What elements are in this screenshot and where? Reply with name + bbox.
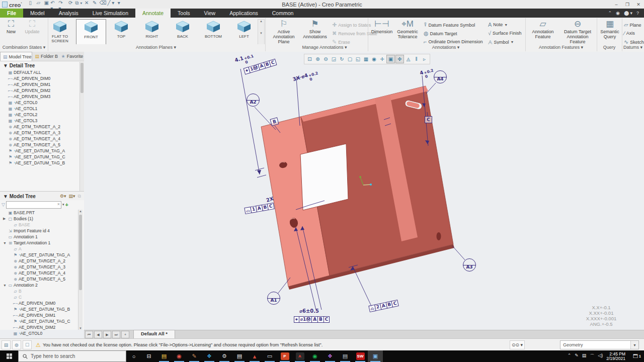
tree-settings-icon[interactable]: ⚙▾ [60, 194, 66, 199]
tree-item[interactable]: ⚑∘AE_SET_DATUM_TAG_B [0, 160, 84, 166]
save-icon[interactable]: ▣ [42, 0, 50, 7]
datum-display-icon[interactable]: ✛ [378, 55, 386, 63]
update-combination-state-button[interactable]: ⛶ Update [21, 19, 43, 34]
file-explorer-icon[interactable]: ▤ [156, 350, 172, 362]
tree-item[interactable]: ⚑∘AE_SET_DATUM_TAG_C [0, 318, 70, 324]
red-app-icon[interactable]: ▲ [247, 350, 262, 362]
panel-tab-favorite[interactable]: ★Favorite [59, 52, 84, 61]
filter-dropdown-icon[interactable]: ▾ [62, 203, 64, 207]
dimension-button[interactable]: ⊢⊣ Dimension [369, 19, 394, 34]
tree-item[interactable]: ▦∘AE_GTOL1 [0, 106, 84, 112]
tab-common[interactable]: Common [265, 9, 301, 18]
monitor-app-icon[interactable]: ▭ [262, 350, 277, 362]
task-view-icon[interactable]: ⊟ [141, 350, 156, 362]
model-tree-header[interactable]: ▼ Model Tree [0, 194, 36, 199]
datum-target-annotation-feature-button[interactable]: ⊖ Datum Target Annotation Feature [559, 19, 596, 44]
group-annotation-planes[interactable]: Annotation Planes ▾ [48, 45, 264, 50]
note-button[interactable]: ANote▼ [488, 22, 508, 28]
cad-app-icon[interactable]: ❖ [202, 350, 217, 362]
datum-target-balloon-a4[interactable]: A4 [434, 70, 447, 83]
overflow-icon[interactable]: ▾ [115, 0, 123, 7]
graphics-area[interactable]: ⊡⊕⊖◲↻▢◱▦◉✛▣✜◬‖▹ 4.1+0.10 ⌖1ⓂABC 3X ⌀4+0.… [84, 52, 644, 330]
wifi-icon[interactable]: ⌒ [590, 353, 594, 359]
assign-to-states-button[interactable]: ✚Assign to States [332, 22, 371, 28]
selection-filter-dropdown-icon[interactable]: ▼ [630, 341, 638, 349]
view-button-left[interactable]: LEFT [229, 19, 259, 44]
tree-item[interactable]: ▦∘AE_GTOL0 [0, 330, 70, 336]
tab-analysis[interactable]: Analysis [52, 9, 86, 18]
find-tool[interactable]: ⊙⊙ ▾ [510, 340, 525, 349]
fcf-position-bottom[interactable]: ⌖⌀1ⓂABC [294, 316, 330, 323]
tree-item[interactable]: ▼▭Annotation 2 [0, 282, 70, 288]
tray-folder-icon[interactable]: ▤ [582, 353, 587, 359]
geometric-tolerance-button[interactable]: ⌖M Geometric Tolerance [394, 19, 421, 39]
axis-button[interactable]: ∕Axis [624, 30, 635, 36]
group-annotations[interactable]: Annotations ▾ [368, 45, 524, 50]
tree-show-icon[interactable]: ▤▾ [69, 194, 75, 199]
tree-item[interactable]: ▶▢Bodies (1) [0, 216, 70, 222]
tab-applications[interactable]: Applications [222, 9, 265, 18]
eraser-icon[interactable]: ⌫ [99, 0, 107, 7]
group-combination-states[interactable]: Combination States ▾ [0, 45, 48, 50]
swirl-app-icon[interactable]: ❖ [323, 350, 338, 362]
pencil-icon[interactable]: ✎ [91, 0, 99, 7]
tree-item[interactable]: ⊕AE_DTM_TARGET_A_4 [0, 136, 84, 142]
tree-item[interactable]: ▦∘AE_GTOL3 [0, 118, 84, 124]
group-query[interactable]: Query [597, 45, 622, 50]
view-button-back[interactable]: BACK [168, 19, 197, 44]
minimize-button[interactable]: – [611, 1, 622, 8]
acrobat-icon[interactable]: A [292, 350, 307, 362]
datum-target-balloon-a3[interactable]: A3 [463, 258, 476, 272]
group-manage-annotations[interactable]: Manage Annotations ▾ [282, 45, 367, 50]
repaint-icon[interactable]: ↻ [338, 55, 346, 63]
close-window-icon[interactable]: ✕ [83, 0, 91, 7]
model-tree-scrollbar[interactable]: ▲ ▼ [78, 210, 83, 330]
tree-item[interactable]: ▦∘AE_GTOL0 [0, 100, 84, 106]
tree-item[interactable]: ▼⊞Target Annotation 1 [0, 240, 70, 246]
clear-filter-icon[interactable]: × [57, 202, 60, 207]
view-manager-icon[interactable]: ◱ [354, 55, 362, 63]
record-nav-button-4[interactable]: + [121, 331, 129, 338]
resources-icon[interactable]: ⬤ ▾ [624, 11, 632, 16]
tree-item[interactable]: ⊕AE_DTM_TARGET_A_4 [0, 270, 70, 276]
view-button-right[interactable]: RIGHT [137, 19, 167, 44]
cortana-icon[interactable]: ○ [126, 350, 141, 362]
tab-file[interactable]: File [0, 9, 23, 18]
datum-feature-symbol-button[interactable]: ⍒Datum Feature Symbol [424, 22, 475, 28]
collapse-ribbon-icon[interactable]: ⌃ [608, 11, 612, 16]
spin-center-icon[interactable]: ✜ [395, 55, 404, 63]
windows-icon[interactable]: ⧉ ▾ [74, 0, 83, 7]
tab-tools[interactable]: Tools [171, 9, 197, 18]
tab-annotate[interactable]: Annotate [135, 9, 171, 18]
add-filter-icon[interactable]: + [65, 202, 68, 208]
tab-live-simulation[interactable]: Live Simulation [86, 9, 135, 18]
tree-item[interactable]: ⌐¬AE_DRIVEN_DIM1 [0, 312, 70, 318]
tree-item[interactable]: ⊕AE_DTM_TARGET_A_5 [0, 276, 70, 282]
zoom-in-icon[interactable]: ⊕ [314, 55, 321, 63]
record-nav-button-2[interactable]: ▶ [103, 331, 111, 338]
play-icon[interactable]: ▹ [421, 55, 428, 63]
powerpoint-icon[interactable]: P [277, 350, 292, 362]
user-icon[interactable]: ◉ [616, 11, 620, 16]
notes-app-icon[interactable]: ▤ [338, 350, 353, 362]
new-file-icon[interactable]: ▯ [26, 0, 34, 7]
tray-expand-icon[interactable]: ⌃ [568, 353, 572, 359]
tree-item[interactable]: ⚑∘AE_SET_DATUM_TAG_A [0, 252, 70, 258]
show-annotations-button[interactable]: ⚑ Show Annotations [301, 19, 329, 39]
taskbar-clock[interactable]: 2:45 PM2/19/2021 [606, 352, 625, 361]
tree-item[interactable]: ⌐¬AE_DRIVEN_DIM1 [0, 81, 84, 87]
tree-item[interactable]: ⌐¬AE_DRIVEN_DIM0 [0, 300, 70, 306]
select-box-icon[interactable]: ☐ [23, 340, 32, 349]
start-button[interactable] [0, 350, 18, 362]
paint-app-icon[interactable]: ✎ [187, 350, 202, 362]
document-app-icon[interactable]: ▤ [232, 350, 247, 362]
annotation-feature-button[interactable]: ▱ Annotation Feature [527, 19, 558, 39]
tree-filter-input[interactable]: × [6, 201, 61, 209]
solidworks-icon[interactable]: SW [353, 350, 368, 362]
detail-tree-header[interactable]: ▼ Detail Tree [0, 61, 84, 69]
dimension-d6[interactable]: ⌀6±0.5 [299, 308, 319, 314]
planes-scroll-buttons[interactable]: ▲▼ [258, 19, 265, 45]
tree-item[interactable]: ⌐¬AE_DRIVEN_DIM2 [0, 324, 70, 330]
pause-icon[interactable]: ‖ [413, 55, 420, 63]
view-button-flat-to-screen[interactable]: FLAT TO SCREEN [45, 19, 74, 44]
